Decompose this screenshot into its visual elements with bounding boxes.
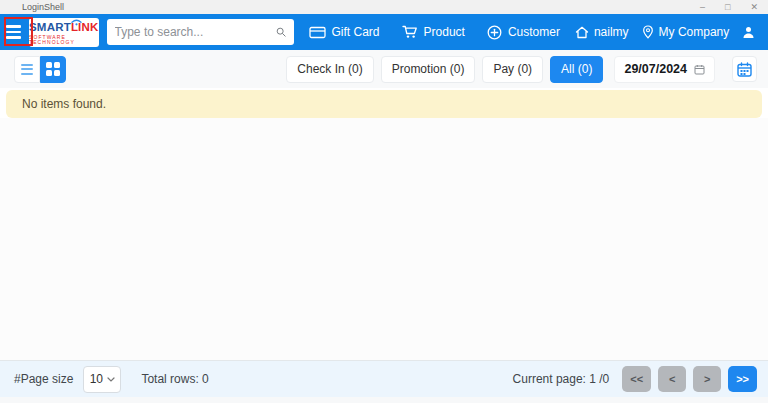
toolbar: Check In (0) Promotion (0) Pay (0) All (… [0,50,768,88]
plus-circle-icon [487,25,502,40]
pagination-first-button[interactable]: << [622,366,651,392]
content-area [0,118,768,360]
customer-label: Customer [508,25,560,39]
minimize-button[interactable]: – [700,0,705,14]
view-toggle [14,56,66,83]
gift-card-button[interactable]: Gift Card [302,19,387,45]
location-pin-icon [642,25,654,39]
person-icon [742,26,755,39]
total-rows-label: Total rows: 0 [141,372,208,386]
filter-tabs: Check In (0) Promotion (0) Pay (0) All (… [286,56,757,83]
gift-card-label: Gift Card [332,25,380,39]
pagination-last-button[interactable]: >> [728,366,757,392]
home-chip[interactable]: nailmy [575,25,629,39]
pagination-next-button[interactable]: > [693,366,721,392]
tab-all[interactable]: All (0) [550,56,603,83]
page-size-value: 10 [90,372,103,386]
grid-view-button[interactable] [40,56,66,83]
alert-message: No items found. [22,97,106,111]
home-label: nailmy [594,25,629,39]
list-view-button[interactable] [14,56,40,83]
search-box [107,19,294,45]
bottom-strip [0,397,768,403]
close-button[interactable]: ✕ [750,0,758,14]
window-titlebar: LoginShell – □ ✕ [0,0,768,14]
logo-subtitle: SOFTWARE TECHNOLOGY [29,35,99,45]
gift-card-icon [309,26,326,39]
chevron-down-icon [107,377,115,382]
calendar-button[interactable] [732,56,757,82]
no-items-alert: No items found. [6,90,762,118]
product-label: Product [424,25,465,39]
cart-icon [402,25,418,39]
tab-check-in[interactable]: Check In (0) [286,56,373,83]
current-page-label: Current page: 1 /0 [513,372,610,386]
user-button[interactable] [742,26,755,39]
calendar-icon [737,62,752,77]
app-header: SMARTLINK SOFTWARE TECHNOLOGY Gift Card … [0,14,768,50]
calendar-small-icon [694,64,705,75]
home-icon [575,26,589,39]
logo-text: SMARTLINK [29,22,99,34]
menu-button[interactable] [6,19,21,45]
date-value: 29/07/2024 [624,62,687,76]
page-size-select[interactable]: 10 [83,366,121,393]
product-button[interactable]: Product [395,19,472,45]
pagination-footer: #Page size 10 Total rows: 0 Current page… [0,360,768,397]
customer-button[interactable]: Customer [480,19,567,45]
hamburger-icon [6,25,21,28]
tab-promotion[interactable]: Promotion (0) [381,56,476,83]
pagination-prev-button[interactable]: < [658,366,686,392]
window-title: LoginShell [0,2,64,12]
company-chip[interactable]: My Company [642,25,730,39]
maximize-button[interactable]: □ [725,0,730,14]
wifi-icon [71,19,82,26]
date-field[interactable]: 29/07/2024 [614,56,715,83]
company-label: My Company [659,25,730,39]
tab-pay[interactable]: Pay (0) [482,56,543,83]
list-view-icon [21,64,33,66]
grid-view-icon [46,62,52,68]
smartlink-logo: SMARTLINK SOFTWARE TECHNOLOGY [29,18,99,47]
search-icon [276,26,286,38]
search-input[interactable] [115,25,270,39]
page-size-label: #Page size [14,372,73,386]
